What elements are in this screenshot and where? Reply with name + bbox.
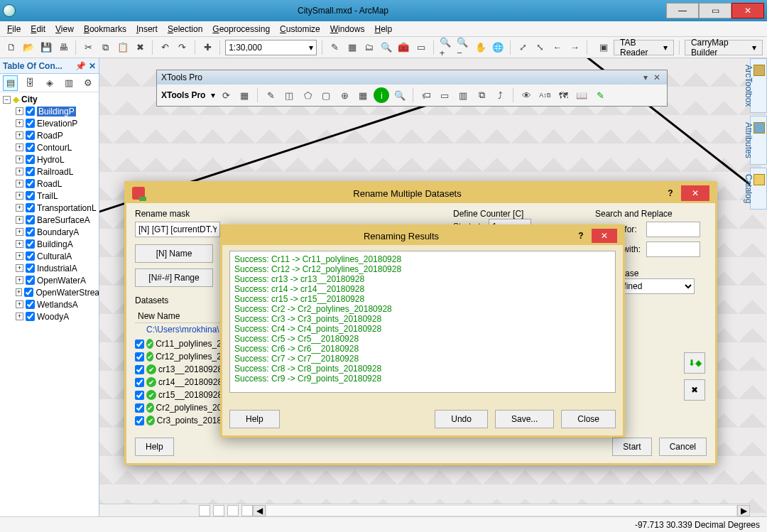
xt-draw-icon[interactable]: ✎	[592, 87, 608, 103]
layer-item[interactable]: +WoodyA	[3, 310, 99, 322]
layer-checkbox[interactable]	[26, 312, 35, 321]
layer-item[interactable]: +WetlandsA	[3, 298, 99, 310]
zoom-fixed-in-icon[interactable]: ⤢	[516, 40, 530, 55]
dataset-row[interactable]: ✔cr15__20180928	[135, 389, 227, 401]
add-data-icon[interactable]: ✚	[200, 40, 214, 55]
layer-item[interactable]: +BuildingA	[3, 238, 99, 250]
xt-poly-icon[interactable]: ⬠	[300, 87, 315, 103]
pin-icon[interactable]: 📌	[75, 61, 86, 71]
python-icon[interactable]: ▭	[414, 40, 428, 55]
results-close-button[interactable]: ✕	[592, 229, 617, 243]
results-help-button[interactable]: Help	[229, 410, 280, 428]
layer-item[interactable]: +CulturalA	[3, 250, 99, 262]
list-by-selection-icon[interactable]: ▥	[61, 75, 76, 91]
list-by-visibility-icon[interactable]: ◈	[42, 75, 57, 91]
minimize-button[interactable]: —	[666, 3, 699, 18]
chevron-down-icon[interactable]: ▾	[211, 90, 215, 100]
xtools-label[interactable]: XTools Pro	[161, 90, 205, 100]
layer-checkbox[interactable]	[24, 288, 33, 297]
undo-button[interactable]: Undo	[435, 410, 488, 428]
redo-icon[interactable]: ↷	[175, 40, 190, 55]
layer-checkbox[interactable]	[26, 191, 35, 200]
open-icon[interactable]: 📂	[21, 40, 36, 55]
xt-eye-icon[interactable]: 👁	[518, 87, 534, 103]
xt-table-icon[interactable]: ▦	[236, 87, 252, 103]
zoom-in-icon[interactable]: 🔍+	[439, 40, 453, 55]
scroll-left-icon[interactable]: ◀	[253, 505, 266, 516]
layer-item[interactable]: +BuildingP	[3, 105, 99, 117]
zoom-out-icon[interactable]: 🔍−	[456, 40, 470, 55]
cut-icon[interactable]: ✂	[81, 40, 95, 55]
editor-icon[interactable]: ✎	[327, 40, 342, 55]
xtools-close-icon[interactable]: ✕	[651, 72, 663, 82]
xtools-toolbar[interactable]: XTools Pro ▾ ✕ XTools Pro ▾ ⟳ ▦ ✎ ◫ ⬠ ▢ …	[156, 70, 668, 107]
xt-info-icon[interactable]: i	[374, 87, 389, 103]
toc-close-icon[interactable]: ✕	[89, 61, 96, 71]
layer-item[interactable]: +ContourL	[3, 141, 99, 153]
side-tab-catalog[interactable]: Catalog	[750, 168, 767, 210]
undo-icon[interactable]: ↶	[158, 40, 172, 55]
layer-checkbox[interactable]	[26, 179, 35, 188]
xt-add-icon[interactable]: ⊕	[337, 87, 352, 103]
list-by-source-icon[interactable]: 🗄	[22, 75, 37, 91]
name-token-button[interactable]: [N] Name	[135, 244, 213, 263]
layer-checkbox[interactable]	[26, 300, 35, 309]
xt-export-icon[interactable]: ⤴	[492, 87, 508, 103]
layer-checkbox[interactable]	[26, 264, 35, 273]
maximize-button[interactable]: ▭	[699, 3, 731, 18]
menu-edit[interactable]: Edit	[31, 24, 45, 34]
pan-icon[interactable]: ✋	[473, 40, 487, 55]
layer-item[interactable]: +IndustrialA	[3, 262, 99, 274]
mask-input[interactable]	[135, 222, 220, 237]
layer-checkbox[interactable]	[26, 239, 35, 249]
menu-windows[interactable]: Windows	[330, 24, 365, 34]
dataset-checkbox[interactable]	[135, 391, 144, 400]
menu-selection[interactable]: Selection	[168, 24, 202, 34]
layer-checkbox[interactable]	[26, 167, 35, 176]
refresh-icon[interactable]	[227, 505, 239, 516]
layer-checkbox[interactable]	[26, 251, 35, 261]
layer-checkbox[interactable]	[26, 119, 35, 128]
delete-icon[interactable]: ✖	[133, 40, 147, 55]
save-button[interactable]: Save...	[495, 410, 554, 428]
replace-input[interactable]	[646, 241, 700, 257]
close-button[interactable]: ✕	[731, 3, 764, 18]
layer-item[interactable]: +OpenWaterStreamA	[3, 286, 99, 298]
layer-item[interactable]: +ElevationP	[3, 117, 99, 129]
options-icon[interactable]: ⚙	[81, 75, 96, 91]
layer-checkbox[interactable]	[26, 107, 35, 116]
layer-item[interactable]: +RoadL	[3, 178, 99, 190]
start-button[interactable]: Start	[612, 438, 651, 456]
print-icon[interactable]: 🖶	[56, 40, 70, 55]
range-token-button[interactable]: [N#-#] Range	[135, 268, 213, 287]
results-help-icon[interactable]: ?	[575, 231, 587, 241]
layer-checkbox[interactable]	[26, 227, 35, 237]
layer-item[interactable]: +BoundaryA	[3, 226, 99, 238]
menu-help[interactable]: Help	[374, 24, 392, 34]
xt-ab-icon[interactable]: A↕B	[537, 87, 553, 103]
layer-checkbox[interactable]	[26, 131, 35, 140]
xt-pencil-icon[interactable]: ✎	[263, 87, 278, 103]
layer-checkbox[interactable]	[26, 143, 35, 152]
menu-file[interactable]: File	[7, 24, 21, 34]
dataset-row[interactable]: ✔cr14__20180928	[135, 376, 227, 389]
new-icon[interactable]: 🗋	[4, 40, 18, 55]
prev-extent-icon[interactable]: ←	[550, 40, 565, 55]
catalog-icon[interactable]: 🗂	[362, 40, 376, 55]
full-extent-icon[interactable]: 🌐	[491, 40, 505, 55]
layout-view-icon[interactable]	[213, 505, 224, 516]
dataset-checkbox[interactable]	[135, 352, 144, 362]
layer-item[interactable]: +RailroadL	[3, 165, 99, 178]
paste-icon[interactable]: 📋	[116, 40, 130, 55]
map-hscroll[interactable]: ◀ ▶	[99, 504, 750, 516]
xt-copy-icon[interactable]: ⧉	[474, 87, 489, 103]
root-label[interactable]: City	[21, 94, 38, 104]
menu-geoprocessing[interactable]: Geoprocessing	[212, 24, 270, 34]
layer-checkbox[interactable]	[26, 155, 35, 164]
copy-icon[interactable]: ⧉	[98, 40, 112, 55]
table-icon[interactable]: ▦	[344, 40, 359, 55]
dataset-checkbox[interactable]	[135, 340, 144, 349]
toolbox-icon[interactable]: 🧰	[396, 40, 410, 55]
layer-item[interactable]: +HydroL	[3, 153, 99, 165]
dataset-checkbox[interactable]	[135, 365, 144, 374]
